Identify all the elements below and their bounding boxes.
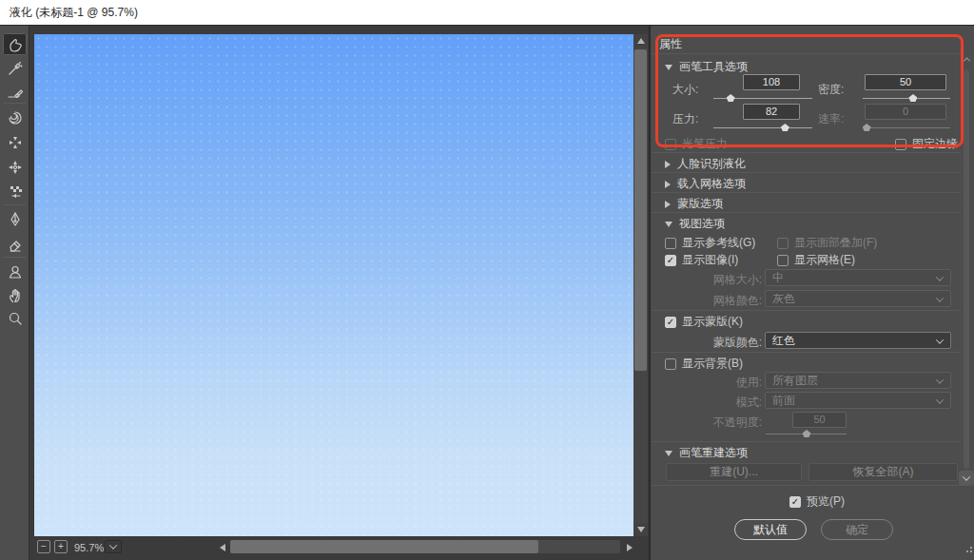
density-slider[interactable]	[863, 93, 950, 103]
dropdown-value: 红色	[772, 334, 795, 347]
properties-panel: 属性 画笔工具选项 大小: 108 密度: 50 压力: 82 速率: 0	[649, 26, 974, 560]
size-label: 大小:	[672, 82, 698, 98]
push-left-tool-icon[interactable]	[3, 181, 27, 203]
forward-warp-tool-icon[interactable]	[3, 33, 27, 55]
size-input[interactable]: 108	[743, 74, 800, 90]
section-mask-options[interactable]: 蒙版选项	[665, 196, 723, 212]
section-view-options[interactable]: 视图选项	[665, 216, 725, 232]
triangle-expanded-icon	[665, 451, 672, 456]
freeze-mask-tool-icon[interactable]	[3, 208, 27, 230]
section-load-mesh-options[interactable]: 载入网格选项	[665, 176, 746, 192]
defaults-button[interactable]: 默认值	[734, 519, 807, 540]
panel-scroll-track[interactable]	[964, 69, 969, 469]
mesh-size-dropdown[interactable]: 中	[765, 269, 951, 286]
show-image-checkbox[interactable]: ✓ 显示图像(I)	[665, 252, 738, 268]
divider	[652, 192, 961, 193]
resize-grip-icon[interactable]	[964, 547, 972, 554]
slider-track	[863, 98, 950, 99]
pucker-tool-icon[interactable]	[3, 131, 27, 153]
face-tool-icon[interactable]	[3, 261, 27, 282]
section-label: 画笔重建选项	[679, 445, 748, 461]
use-label: 使用:	[703, 375, 762, 391]
density-input[interactable]: 50	[865, 74, 946, 90]
scroll-right-icon[interactable]	[622, 540, 636, 554]
mask-color-dropdown[interactable]: 红色	[765, 332, 951, 349]
checkbox-icon	[665, 139, 676, 150]
rate-slider[interactable]	[863, 123, 950, 132]
checkbox-label: 显示图像(I)	[682, 252, 738, 268]
section-brush-tool-options[interactable]: 画笔工具选项	[665, 59, 748, 75]
panel-scroll-up-icon[interactable]	[962, 54, 971, 64]
show-mesh-checkbox[interactable]: 显示网格(E)	[777, 252, 855, 268]
bloat-tool-icon[interactable]	[3, 156, 27, 178]
triangle-collapsed-icon	[665, 201, 671, 208]
scroll-left-icon[interactable]	[215, 540, 229, 554]
panel-scrollbar[interactable]	[961, 54, 972, 487]
section-brush-reconstruct-options[interactable]: 画笔重建选项	[665, 445, 748, 461]
size-slider[interactable]	[713, 93, 812, 103]
pressure-input[interactable]: 82	[743, 104, 800, 120]
density-label: 密度:	[818, 82, 844, 98]
zoom-tool-icon[interactable]	[3, 307, 27, 329]
smooth-tool-icon[interactable]	[3, 80, 27, 102]
slider-track	[713, 127, 812, 128]
mesh-color-dropdown[interactable]: 灰色	[765, 290, 951, 307]
checkbox-label: 显示网格(E)	[794, 252, 855, 268]
mask-color-label: 蒙版颜色:	[703, 335, 762, 351]
zoom-in-button[interactable]: +	[54, 540, 68, 553]
slider-thumb[interactable]	[803, 430, 811, 437]
zoom-level-dropdown[interactable]	[105, 540, 122, 553]
canvas-image[interactable]	[34, 34, 633, 536]
show-face-overlay-checkbox[interactable]: 显示面部叠加(F)	[777, 235, 877, 251]
reconstruct-button[interactable]: 重建(U)...	[666, 463, 802, 481]
divider	[652, 310, 961, 311]
use-dropdown[interactable]: 所有图层	[765, 372, 951, 389]
canvas-horizontal-scrollbar[interactable]	[230, 540, 620, 553]
stylus-pressure-checkbox[interactable]: 光笔压力	[665, 136, 728, 152]
panel-scroll-down-icon[interactable]	[959, 471, 974, 486]
slider-thumb[interactable]	[908, 94, 917, 102]
canvas-vertical-scrollbar[interactable]	[633, 34, 648, 536]
pressure-slider[interactable]	[713, 123, 812, 132]
window-title: 液化 (未标题-1 @ 95.7%)	[0, 0, 974, 26]
slider-thumb[interactable]	[863, 124, 871, 131]
mesh-color-label: 网格颜色:	[703, 293, 762, 309]
dropdown-value: 前面	[772, 394, 795, 407]
show-mask-checkbox[interactable]: ✓ 显示蒙版(K)	[665, 314, 743, 330]
chevron-down-icon	[936, 336, 944, 343]
horizontal-scroll-thumb[interactable]	[230, 540, 538, 553]
checkbox-icon	[895, 139, 906, 150]
show-backdrop-checkbox[interactable]: 显示背景(B)	[665, 356, 743, 372]
section-face-aware-liquify[interactable]: 人脸识别液化	[665, 156, 746, 172]
opacity-input[interactable]: 50	[792, 412, 847, 428]
checkbox-checked-icon: ✓	[665, 317, 676, 328]
slider-thumb[interactable]	[727, 94, 735, 102]
checkbox-icon	[777, 238, 789, 249]
preview-checkbox[interactable]: ✓ 预览(P)	[789, 493, 845, 510]
scroll-down-icon[interactable]	[633, 523, 648, 536]
twirl-clockwise-tool-icon[interactable]	[3, 106, 27, 128]
opacity-slider[interactable]	[766, 429, 847, 438]
triangle-expanded-icon	[665, 222, 672, 227]
dropdown-value: 中	[772, 271, 784, 284]
show-guides-checkbox[interactable]: 显示参考线(G)	[665, 235, 755, 251]
vertical-scroll-thumb[interactable]	[634, 49, 647, 371]
section-label: 视图选项	[679, 216, 725, 232]
rate-input[interactable]: 0	[865, 104, 946, 120]
hand-tool-icon[interactable]	[3, 284, 27, 306]
reconstruct-tool-icon[interactable]	[3, 57, 27, 79]
pin-edges-checkbox[interactable]: 固定边缘	[895, 136, 958, 152]
section-label: 画笔工具选项	[679, 59, 748, 75]
thaw-mask-tool-icon[interactable]	[3, 233, 27, 255]
section-label: 载入网格选项	[677, 176, 746, 192]
mode-dropdown[interactable]: 前面	[765, 392, 951, 409]
slider-thumb[interactable]	[781, 124, 789, 131]
divider	[652, 352, 961, 353]
checkbox-label: 显示参考线(G)	[682, 235, 755, 251]
ok-button[interactable]: 确定	[821, 519, 893, 540]
scroll-up-icon[interactable]	[633, 34, 648, 48]
mode-label: 模式:	[703, 395, 762, 411]
restore-all-button[interactable]: 恢复全部(A)	[808, 463, 958, 481]
zoom-out-button[interactable]: −	[37, 540, 50, 553]
chevron-down-icon	[936, 376, 944, 383]
